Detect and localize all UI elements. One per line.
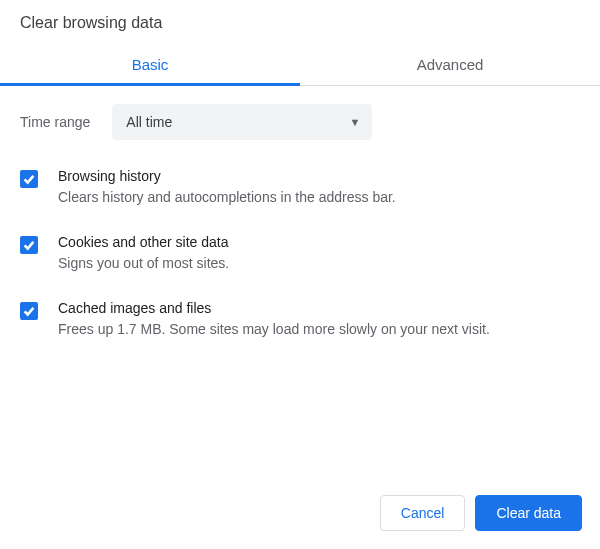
clear-data-button[interactable]: Clear data xyxy=(475,495,582,531)
option-text: Cookies and other site data Signs you ou… xyxy=(58,234,229,272)
option-desc: Frees up 1.7 MB. Some sites may load mor… xyxy=(58,320,490,338)
dialog-title: Clear browsing data xyxy=(0,0,600,42)
check-icon xyxy=(22,172,36,186)
option-cookies: Cookies and other site data Signs you ou… xyxy=(20,234,576,272)
tab-advanced[interactable]: Advanced xyxy=(300,42,600,85)
time-range-row: Time range All time ▼ xyxy=(20,104,576,140)
option-text: Cached images and files Frees up 1.7 MB.… xyxy=(58,300,490,338)
clear-browsing-data-dialog: Clear browsing data Basic Advanced Time … xyxy=(0,0,600,549)
dialog-footer: Cancel Clear data xyxy=(0,483,600,549)
option-browsing-history: Browsing history Clears history and auto… xyxy=(20,168,576,206)
tabs: Basic Advanced xyxy=(0,42,600,86)
time-range-label: Time range xyxy=(20,114,90,130)
option-title: Cached images and files xyxy=(58,300,490,316)
option-title: Browsing history xyxy=(58,168,396,184)
option-title: Cookies and other site data xyxy=(58,234,229,250)
checkbox-browsing-history[interactable] xyxy=(20,170,38,188)
option-cache: Cached images and files Frees up 1.7 MB.… xyxy=(20,300,576,338)
tab-basic[interactable]: Basic xyxy=(0,42,300,85)
check-icon xyxy=(22,304,36,318)
option-desc: Signs you out of most sites. xyxy=(58,254,229,272)
chevron-down-icon: ▼ xyxy=(349,116,360,128)
check-icon xyxy=(22,238,36,252)
time-range-value: All time xyxy=(126,114,172,130)
time-range-select[interactable]: All time ▼ xyxy=(112,104,372,140)
option-text: Browsing history Clears history and auto… xyxy=(58,168,396,206)
checkbox-cookies[interactable] xyxy=(20,236,38,254)
dialog-content: Time range All time ▼ Browsing history C… xyxy=(0,86,600,483)
checkbox-cache[interactable] xyxy=(20,302,38,320)
cancel-button[interactable]: Cancel xyxy=(380,495,466,531)
option-desc: Clears history and autocompletions in th… xyxy=(58,188,396,206)
